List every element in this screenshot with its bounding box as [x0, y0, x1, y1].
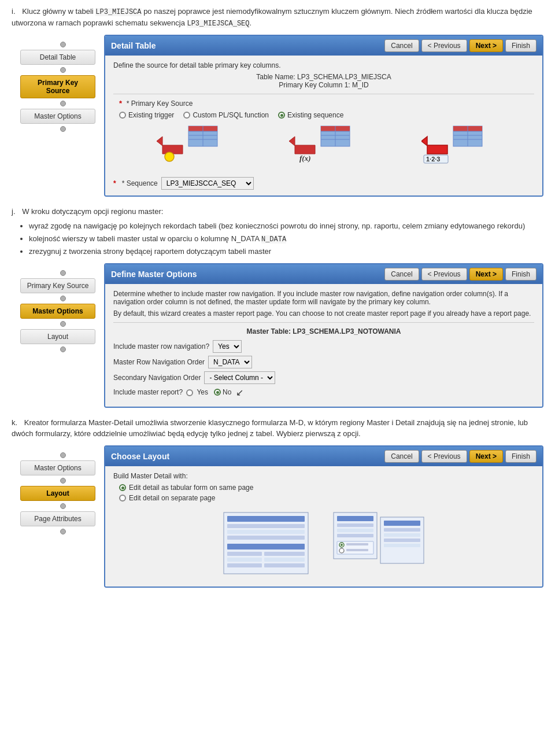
nav3-btn1[interactable]: Master Options — [20, 460, 95, 475]
dot2-mid1 — [60, 296, 66, 301]
dialog1-prev[interactable]: < Previous — [421, 39, 467, 52]
nav2-mid-dot1 — [50, 294, 66, 303]
dialog2-row2-select[interactable]: N_DATA — [208, 356, 252, 368]
dialog2-no-icon — [214, 389, 221, 396]
svg-rect-35 — [227, 563, 262, 567]
svg-rect-26 — [227, 516, 305, 522]
item-j-bullet3: zrezygnuj z tworzenia strony będącej rap… — [29, 246, 543, 257]
intro-block: i. Klucz główny w tabeli LP3_MIEJSCA po … — [12, 6, 543, 29]
nav3-btn2[interactable]: Layout — [20, 486, 95, 501]
wizard3-dialog: Choose Layout Cancel < Previous Next > F… — [104, 445, 543, 588]
dialog2-row3: Secondary Navigation Order - Select Colu… — [113, 371, 534, 384]
dialog3-finish[interactable]: Finish — [505, 450, 536, 463]
dialog3-next[interactable]: Next > — [469, 450, 503, 463]
nav2-btn1[interactable]: Primary Key Source — [20, 278, 95, 293]
dialog1-radio2-label[interactable]: Custom PL/SQL function — [183, 111, 269, 119]
dialog1-header: Detail Table Cancel < Previous Next > Fi… — [105, 36, 542, 56]
dialog2-body: Determine whether to include master row … — [105, 284, 542, 407]
dialog1-pk-col: Primary Key Column 1: M_ID — [113, 81, 534, 89]
dialog2-cancel[interactable]: Cancel — [384, 268, 419, 281]
seq-select[interactable]: LP3_MIEJSCCA_SEQ — [161, 177, 254, 190]
nav2-btn2[interactable]: Master Options — [20, 304, 95, 319]
dialog1-cancel[interactable]: Cancel — [384, 39, 419, 52]
intro-text3: . — [250, 19, 252, 27]
dialog2-finish[interactable]: Finish — [505, 268, 536, 281]
dialog1-body: Define the source for detail table prima… — [105, 56, 542, 196]
dialog3-cancel[interactable]: Cancel — [384, 450, 419, 463]
item-j-bullet2-text: kolejność wierszy w tabeli master ustal … — [29, 234, 259, 243]
nav1-top-dot — [50, 40, 66, 49]
dialog2-row4-label: Include master report? — [113, 388, 183, 396]
svg-rect-29 — [227, 536, 305, 540]
nav1-btn3[interactable]: Master Options — [20, 109, 95, 124]
layout-previews — [113, 506, 534, 581]
item-j-text: W kroku dotyczącym opcji regionu master: — [22, 207, 163, 216]
dot2-bot — [60, 346, 66, 352]
dialog1-radio-group: Existing trigger Custom PL/SQL function … — [119, 111, 534, 119]
svg-rect-28 — [227, 530, 305, 534]
svg-rect-39 — [337, 523, 373, 527]
dialog2-row4: Include master report? Yes No ↙ — [113, 387, 534, 398]
dialog2-row1-select[interactable]: Yes — [213, 340, 242, 353]
svg-point-44 — [341, 544, 343, 546]
svg-text:1·2·3: 1·2·3 — [426, 156, 440, 163]
dialog3-radio1-label[interactable]: Edit detail as tabular form on same page — [119, 484, 534, 492]
nav1-btn1[interactable]: Detail Table — [20, 50, 95, 65]
item-j-letter: j. — [12, 207, 20, 216]
seq-label: * Sequence — [122, 179, 158, 187]
dialog1-desc: Define the source for detail table prima… — [113, 61, 534, 69]
dialog2-master-table: Master Table: LP3_SCHEMA.LP3_NOTOWANIA — [113, 327, 534, 335]
svg-marker-22 — [421, 137, 447, 154]
preview2-svg — [332, 511, 425, 575]
dialog3-prev[interactable]: < Previous — [421, 450, 467, 463]
dot-top1 — [60, 42, 66, 47]
seq-required-star: * — [113, 179, 116, 187]
nav2-btn3[interactable]: Layout — [20, 329, 95, 344]
svg-rect-34 — [264, 558, 305, 562]
dialog2-desc1: Determine whether to include master row … — [113, 290, 534, 306]
dialog1-finish[interactable]: Finish — [505, 39, 536, 52]
dialog2-next[interactable]: Next > — [469, 268, 503, 281]
intro-text1: Klucz główny w tabeli — [22, 7, 95, 16]
dialog2-radio-no[interactable]: No — [214, 388, 231, 396]
item-j-block: j. W kroku dotyczącym opcji regionu mast… — [12, 206, 543, 257]
dialog3-radio1-text: Edit detail as tabular form on same page — [129, 484, 253, 492]
svg-rect-45 — [346, 543, 368, 545]
dialog1-radio3-label[interactable]: Existing sequence — [278, 111, 343, 119]
wizard2-dialog: Define Master Options Cancel < Previous … — [104, 263, 543, 408]
svg-rect-47 — [346, 549, 368, 551]
svg-rect-51 — [384, 533, 420, 537]
dialog1-title: Detail Table — [111, 41, 156, 50]
dialog1-radio2-text: Custom PL/SQL function — [193, 111, 269, 119]
dialog3-title: Choose Layout — [111, 452, 169, 461]
icon-function: f(x) — [289, 125, 358, 171]
item-k-letter: k. — [12, 418, 22, 427]
trigger-svg — [157, 125, 220, 165]
dialog1-next[interactable]: Next > — [469, 39, 503, 52]
dialog1-icons-row: f(x) — [113, 125, 534, 171]
icon-sequence: 1·2·3 — [421, 125, 491, 171]
svg-text:f(x): f(x) — [299, 154, 311, 163]
dialog1-radio3-icon — [278, 112, 285, 119]
dialog2-row1: Include master row navigation? Yes — [113, 340, 534, 353]
nav3-btn3[interactable]: Page Attributes — [20, 511, 95, 526]
dialog2-row2: Master Row Navigation Order N_DATA — [113, 356, 534, 368]
dialog2-row3-select[interactable]: - Select Column - — [204, 371, 275, 384]
item-j-bullet1: wyraź zgodę na nawigację po kolejnych re… — [29, 221, 543, 231]
svg-rect-33 — [227, 558, 262, 562]
item-j-code: N_DATA — [261, 235, 286, 244]
item-j-bullets: wyraź zgodę na nawigację po kolejnych re… — [12, 221, 543, 257]
dot3-mid2 — [60, 503, 66, 509]
wizard1-dialog: Detail Table Cancel < Previous Next > Fi… — [104, 35, 543, 197]
intro-code2: LP3_MIEJSCA_SEQ — [187, 20, 249, 28]
intro-label-i: i. — [12, 7, 20, 16]
dialog1-radio1-label[interactable]: Existing trigger — [119, 111, 174, 119]
dialog2-radio-yes[interactable]: Yes — [186, 388, 208, 396]
svg-marker-6 — [157, 137, 183, 154]
dot3-mid1 — [60, 478, 66, 484]
nav1-btn2[interactable]: Primary Key Source — [20, 75, 95, 98]
dialog2-row1-label: Include master row navigation? — [113, 342, 209, 351]
dialog3-radio2-label[interactable]: Edit detail on separate page — [119, 494, 534, 502]
dialog2-prev[interactable]: < Previous — [421, 268, 467, 281]
svg-rect-32 — [264, 552, 305, 556]
